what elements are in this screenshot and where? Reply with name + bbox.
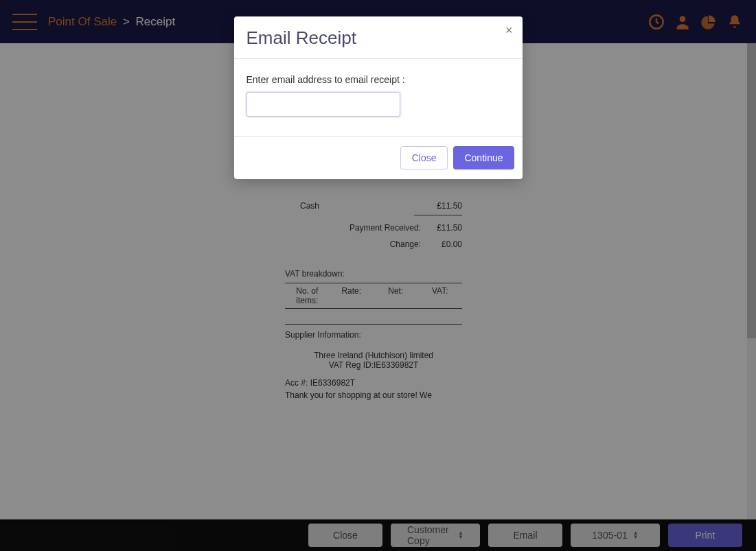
modal-continue-button[interactable]: Continue (453, 146, 514, 169)
close-icon[interactable]: × (505, 23, 513, 38)
email-receipt-modal: Email Receipt × Enter email address to e… (234, 16, 523, 179)
modal-title: Email Receipt (247, 27, 510, 49)
email-prompt: Enter email address to email receipt : (247, 74, 510, 85)
email-field[interactable] (247, 92, 400, 117)
modal-close-button[interactable]: Close (400, 146, 448, 169)
